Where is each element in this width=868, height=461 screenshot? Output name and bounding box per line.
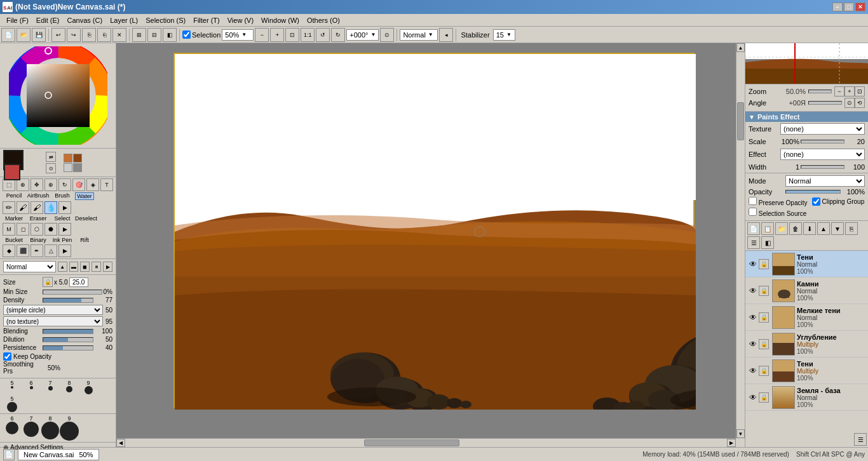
dot-7[interactable]: 7 bbox=[41, 380, 59, 394]
tool-rotate[interactable]: ↻ bbox=[58, 178, 71, 191]
tb-flip[interactable]: ◧ bbox=[163, 28, 177, 42]
dilution-slider[interactable] bbox=[43, 337, 93, 342]
layer-item-teni2[interactable]: 👁 🔒 Тени Multiply 100% bbox=[745, 357, 868, 384]
texture-select-right[interactable]: (none) bbox=[780, 123, 865, 135]
new-canvas-icon[interactable]: 📄 bbox=[3, 449, 15, 460]
layer-options-bottom-btn[interactable]: ☰ bbox=[854, 433, 867, 446]
tb-rotate-left[interactable]: ↺ bbox=[316, 28, 330, 42]
dot-9b[interactable]: 9 bbox=[60, 415, 78, 441]
tool-zoom[interactable]: ⊕ bbox=[44, 178, 57, 191]
min-size-slider[interactable] bbox=[43, 290, 102, 295]
tb-mode-prev[interactable]: ◂ bbox=[439, 28, 453, 42]
swatch-1[interactable] bbox=[64, 154, 72, 163]
swap-colors-button[interactable]: ⇄ bbox=[46, 152, 56, 162]
keep-opacity-checkbox[interactable] bbox=[3, 352, 11, 361]
layer-new-btn[interactable]: 📄 bbox=[747, 222, 760, 235]
zoom-minus-btn[interactable]: − bbox=[834, 86, 844, 97]
canvas-painting-svg[interactable] bbox=[175, 54, 696, 410]
canvas-scroll-h[interactable]: ◀ ▶ bbox=[116, 438, 736, 447]
angle-combo[interactable]: +000° ▼ bbox=[346, 29, 379, 41]
tool-rift[interactable]: △ bbox=[44, 244, 57, 257]
scroll-h-right[interactable]: ▶ bbox=[727, 439, 736, 447]
tool-expand3[interactable]: ▶ bbox=[58, 244, 71, 257]
layer-lock-5[interactable]: 🔒 bbox=[759, 366, 769, 376]
tb-delete[interactable]: ✕ bbox=[112, 28, 126, 42]
layer-item-kamni[interactable]: 👁 🔒 Камни Normal 100% bbox=[745, 277, 868, 304]
tool-water[interactable]: 💧 bbox=[44, 201, 57, 214]
layer-lock-6[interactable]: 🔒 bbox=[759, 392, 769, 403]
layer-new-raster-btn[interactable]: 📋 bbox=[761, 222, 774, 235]
layer-vis-5[interactable]: 👁 bbox=[747, 365, 759, 377]
canvas-tab[interactable]: New Canvas.sai 50% bbox=[18, 449, 99, 460]
layer-item-teni[interactable]: 👁 🔒 Тени Normal 100% bbox=[745, 251, 868, 277]
density-slider[interactable] bbox=[43, 298, 93, 303]
tool-pencil[interactable]: ✏ bbox=[3, 201, 15, 214]
paints-collapse-btn[interactable]: ▼ bbox=[749, 114, 755, 121]
dot-8[interactable]: 8 bbox=[60, 380, 78, 394]
menu-layer[interactable]: Layer (L) bbox=[106, 15, 142, 25]
dot-6b[interactable]: 6 bbox=[3, 415, 21, 441]
scroll-v-down[interactable]: ▼ bbox=[736, 429, 745, 438]
background-color[interactable] bbox=[4, 164, 20, 180]
layer-options-btn[interactable]: ☰ bbox=[747, 236, 760, 249]
tb-grid2[interactable]: ⊟ bbox=[147, 28, 161, 42]
menu-canvas[interactable]: Canvas (C) bbox=[64, 15, 107, 25]
mode-combo[interactable]: Normal ▼ bbox=[400, 29, 438, 41]
dot-6[interactable]: 6 bbox=[22, 380, 40, 394]
tb-rotate-right[interactable]: ↻ bbox=[331, 28, 345, 42]
size-input[interactable] bbox=[69, 277, 88, 287]
scroll-v-up[interactable]: ▲ bbox=[736, 43, 745, 52]
dot-8b[interactable]: 8 bbox=[41, 415, 59, 441]
dot-7b[interactable]: 7 bbox=[22, 415, 40, 441]
tool-move[interactable]: ✥ bbox=[31, 178, 43, 191]
tb-reset-angle[interactable]: ⊙ bbox=[380, 28, 394, 42]
tool-brush[interactable]: 🖌 bbox=[31, 201, 43, 214]
selection-source-checkbox[interactable] bbox=[749, 208, 757, 216]
tool-select-rect[interactable]: ⬚ bbox=[3, 178, 15, 191]
canvas-frame[interactable] bbox=[173, 53, 695, 408]
brush-shape-3[interactable]: ◼ bbox=[80, 262, 90, 272]
preserve-opacity-label[interactable]: Preserve Opacity bbox=[749, 197, 807, 206]
scale-slider[interactable] bbox=[801, 140, 844, 144]
tb-undo[interactable]: ↩ bbox=[51, 28, 65, 42]
clipping-group-label[interactable]: Clipping Group bbox=[812, 197, 864, 206]
tb-open[interactable]: 📂 bbox=[17, 28, 31, 42]
preserve-opacity-checkbox[interactable] bbox=[749, 197, 757, 205]
dot-5b[interactable]: 5 bbox=[3, 396, 21, 412]
brush-mode-select[interactable]: Normal Multiply Screen bbox=[3, 261, 56, 272]
zoom-slider[interactable] bbox=[808, 90, 832, 93]
scroll-h-thumb[interactable] bbox=[364, 439, 459, 446]
effect-select[interactable]: (none) bbox=[780, 149, 865, 160]
tool-text[interactable]: T bbox=[100, 178, 113, 191]
angle-slider[interactable] bbox=[808, 101, 842, 105]
tool-inkpen[interactable]: ✒ bbox=[31, 244, 43, 257]
size-lock-btn[interactable]: 🔒 bbox=[43, 277, 53, 287]
layer-copy-btn[interactable]: ⎘ bbox=[845, 222, 858, 235]
opacity-slider[interactable] bbox=[785, 190, 841, 194]
menu-others[interactable]: Others (O) bbox=[303, 15, 344, 25]
tool-deselect[interactable]: ⬣ bbox=[44, 223, 57, 236]
minimize-button[interactable]: − bbox=[832, 3, 843, 11]
menu-window[interactable]: Window (W) bbox=[257, 15, 303, 25]
layer-lock-2[interactable]: 🔒 bbox=[759, 286, 769, 296]
clipping-group-checkbox[interactable] bbox=[812, 197, 820, 206]
layer-vis-6[interactable]: 👁 bbox=[747, 392, 759, 403]
swatch-4[interactable] bbox=[73, 163, 82, 172]
layer-vis-3[interactable]: 👁 bbox=[747, 312, 759, 323]
angle-reset-btn[interactable]: ⊙ bbox=[844, 98, 855, 108]
menu-filter[interactable]: Filter (T) bbox=[189, 15, 224, 25]
swatch-2[interactable] bbox=[73, 154, 82, 163]
tb-save[interactable]: 💾 bbox=[32, 28, 46, 42]
layer-item-deepening[interactable]: 👁 🔒 Углубление Multiply 100% bbox=[745, 331, 868, 357]
brush-shape-2[interactable]: ▬ bbox=[69, 262, 79, 272]
menu-file[interactable]: File (F) bbox=[3, 15, 32, 25]
tool-select-lasso[interactable]: ⊕ bbox=[17, 178, 29, 191]
swatch-3[interactable] bbox=[64, 163, 72, 172]
tool-expand[interactable]: ▶ bbox=[58, 201, 71, 214]
tool-eraser[interactable]: ◻ bbox=[17, 223, 29, 236]
angle-flip-btn[interactable]: ⟲ bbox=[855, 98, 865, 108]
dot-5[interactable]: 5 bbox=[3, 380, 21, 394]
persistence-slider[interactable] bbox=[43, 345, 93, 351]
tool-bucket[interactable]: ◆ bbox=[3, 244, 15, 257]
menu-view[interactable]: View (V) bbox=[224, 15, 257, 25]
